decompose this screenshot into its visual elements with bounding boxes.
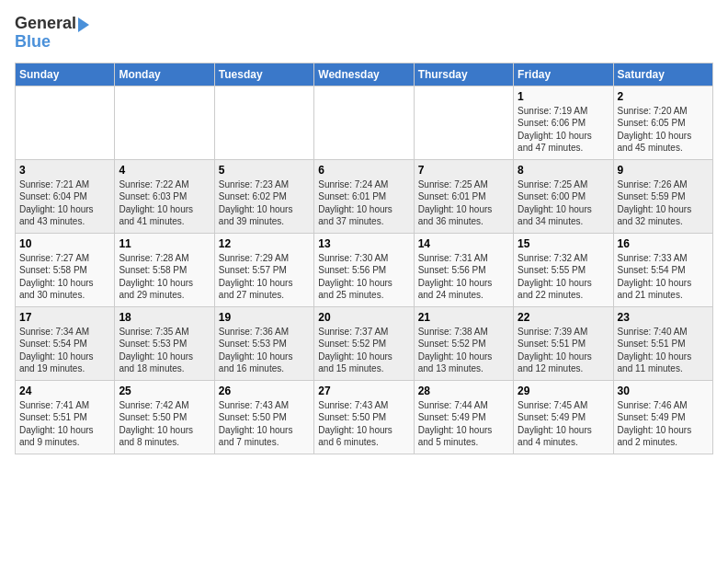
day-number: 22: [518, 311, 609, 324]
day-info: Sunrise: 7:39 AMSunset: 5:51 PMDaylight:…: [518, 326, 609, 375]
day-number: 26: [219, 385, 310, 397]
day-info: Sunrise: 7:31 AMSunset: 5:56 PMDaylight:…: [418, 252, 509, 302]
calendar-cell: 25Sunrise: 7:42 AMSunset: 5:50 PMDayligh…: [115, 380, 214, 454]
calendar-cell: 2Sunrise: 7:20 AMSunset: 6:05 PMDaylight…: [613, 86, 712, 159]
day-number: 21: [418, 311, 509, 324]
day-info: Sunrise: 7:43 AMSunset: 5:50 PMDaylight:…: [219, 399, 310, 449]
day-info: Sunrise: 7:42 AMSunset: 5:50 PMDaylight:…: [119, 399, 210, 449]
logo-arrow-icon: [78, 17, 89, 32]
day-info: Sunrise: 7:19 AMSunset: 6:06 PMDaylight:…: [518, 105, 609, 155]
day-info: Sunrise: 7:20 AMSunset: 6:05 PMDaylight:…: [618, 105, 709, 155]
day-number: 9: [618, 164, 709, 177]
day-info: Sunrise: 7:29 AMSunset: 5:57 PMDaylight:…: [219, 252, 310, 302]
day-number: 13: [318, 237, 409, 250]
calendar-cell: 21Sunrise: 7:38 AMSunset: 5:52 PMDayligh…: [414, 306, 513, 380]
day-info: Sunrise: 7:24 AMSunset: 6:01 PMDaylight:…: [318, 178, 409, 228]
weekday-header-row: SundayMondayTuesdayWednesdayThursdayFrid…: [16, 63, 713, 86]
day-info: Sunrise: 7:28 AMSunset: 5:58 PMDaylight:…: [119, 252, 210, 302]
calendar-cell: 18Sunrise: 7:35 AMSunset: 5:53 PMDayligh…: [115, 306, 214, 380]
calendar-cell: 19Sunrise: 7:36 AMSunset: 5:53 PMDayligh…: [214, 306, 313, 380]
calendar-cell: [16, 86, 115, 159]
day-info: Sunrise: 7:45 AMSunset: 5:49 PMDaylight:…: [518, 399, 609, 449]
day-info: Sunrise: 7:26 AMSunset: 5:59 PMDaylight:…: [618, 178, 709, 228]
calendar-cell: 6Sunrise: 7:24 AMSunset: 6:01 PMDaylight…: [314, 159, 414, 233]
calendar-cell: 13Sunrise: 7:30 AMSunset: 5:56 PMDayligh…: [314, 233, 414, 306]
calendar-week-3: 10Sunrise: 7:27 AMSunset: 5:58 PMDayligh…: [16, 233, 713, 306]
day-info: Sunrise: 7:25 AMSunset: 6:00 PMDaylight:…: [518, 178, 609, 228]
calendar-cell: 5Sunrise: 7:23 AMSunset: 6:02 PMDaylight…: [214, 159, 313, 233]
calendar-cell: 7Sunrise: 7:25 AMSunset: 6:01 PMDaylight…: [414, 159, 513, 233]
day-info: Sunrise: 7:46 AMSunset: 5:49 PMDaylight:…: [618, 399, 709, 449]
calendar-cell: 12Sunrise: 7:29 AMSunset: 5:57 PMDayligh…: [214, 233, 313, 306]
calendar-cell: 29Sunrise: 7:45 AMSunset: 5:49 PMDayligh…: [514, 380, 613, 454]
day-number: 29: [518, 385, 609, 397]
day-number: 1: [518, 90, 609, 103]
calendar-week-5: 24Sunrise: 7:41 AMSunset: 5:51 PMDayligh…: [16, 380, 713, 454]
day-number: 24: [19, 385, 110, 397]
calendar-week-2: 3Sunrise: 7:21 AMSunset: 6:04 PMDaylight…: [16, 159, 713, 233]
calendar-cell: 22Sunrise: 7:39 AMSunset: 5:51 PMDayligh…: [514, 306, 613, 380]
page-header: General Blue: [15, 15, 713, 52]
day-number: 15: [518, 237, 609, 250]
calendar-cell: 10Sunrise: 7:27 AMSunset: 5:58 PMDayligh…: [16, 233, 115, 306]
day-number: 14: [418, 237, 509, 250]
day-info: Sunrise: 7:37 AMSunset: 5:52 PMDaylight:…: [318, 326, 409, 375]
calendar-cell: 4Sunrise: 7:22 AMSunset: 6:03 PMDaylight…: [115, 159, 214, 233]
calendar-cell: 17Sunrise: 7:34 AMSunset: 5:54 PMDayligh…: [16, 306, 115, 380]
day-number: 10: [19, 237, 110, 250]
calendar-cell: 26Sunrise: 7:43 AMSunset: 5:50 PMDayligh…: [214, 380, 313, 454]
calendar-table: SundayMondayTuesdayWednesdayThursdayFrid…: [15, 63, 713, 454]
calendar-week-4: 17Sunrise: 7:34 AMSunset: 5:54 PMDayligh…: [16, 306, 713, 380]
calendar-cell: 1Sunrise: 7:19 AMSunset: 6:06 PMDaylight…: [514, 86, 613, 159]
day-info: Sunrise: 7:41 AMSunset: 5:51 PMDaylight:…: [19, 399, 110, 449]
calendar-cell: 14Sunrise: 7:31 AMSunset: 5:56 PMDayligh…: [414, 233, 513, 306]
day-number: 2: [618, 90, 709, 103]
day-info: Sunrise: 7:25 AMSunset: 6:01 PMDaylight:…: [418, 178, 509, 228]
day-number: 16: [618, 237, 709, 250]
day-info: Sunrise: 7:32 AMSunset: 5:55 PMDaylight:…: [518, 252, 609, 302]
day-number: 11: [119, 237, 210, 250]
day-number: 3: [19, 164, 110, 177]
day-number: 23: [618, 311, 709, 324]
day-number: 27: [318, 385, 409, 397]
day-number: 6: [318, 164, 409, 177]
weekday-header-wednesday: Wednesday: [314, 63, 414, 86]
calendar-cell: 23Sunrise: 7:40 AMSunset: 5:51 PMDayligh…: [613, 306, 712, 380]
day-number: 17: [19, 311, 110, 324]
weekday-header-thursday: Thursday: [414, 63, 513, 86]
day-info: Sunrise: 7:21 AMSunset: 6:04 PMDaylight:…: [19, 178, 110, 228]
day-number: 20: [318, 311, 409, 324]
day-number: 4: [119, 164, 210, 177]
calendar-cell: 8Sunrise: 7:25 AMSunset: 6:00 PMDaylight…: [514, 159, 613, 233]
calendar-cell: [314, 86, 414, 159]
day-number: 5: [219, 164, 310, 177]
day-number: 18: [119, 311, 210, 324]
logo-text: General: [15, 15, 76, 33]
day-info: Sunrise: 7:35 AMSunset: 5:53 PMDaylight:…: [119, 326, 210, 375]
day-info: Sunrise: 7:38 AMSunset: 5:52 PMDaylight:…: [418, 326, 509, 375]
day-info: Sunrise: 7:30 AMSunset: 5:56 PMDaylight:…: [318, 252, 409, 302]
day-info: Sunrise: 7:22 AMSunset: 6:03 PMDaylight:…: [119, 178, 210, 228]
calendar-cell: [115, 86, 214, 159]
calendar-cell: 16Sunrise: 7:33 AMSunset: 5:54 PMDayligh…: [613, 233, 712, 306]
day-number: 7: [418, 164, 509, 177]
day-number: 30: [618, 385, 709, 397]
day-number: 12: [219, 237, 310, 250]
day-number: 28: [418, 385, 509, 397]
day-number: 19: [219, 311, 310, 324]
day-info: Sunrise: 7:44 AMSunset: 5:49 PMDaylight:…: [418, 399, 509, 449]
calendar-cell: [414, 86, 513, 159]
calendar-header: SundayMondayTuesdayWednesdayThursdayFrid…: [16, 63, 713, 86]
day-info: Sunrise: 7:36 AMSunset: 5:53 PMDaylight:…: [219, 326, 310, 375]
day-number: 8: [518, 164, 609, 177]
calendar-cell: 28Sunrise: 7:44 AMSunset: 5:49 PMDayligh…: [414, 380, 513, 454]
calendar-cell: [214, 86, 313, 159]
weekday-header-friday: Friday: [514, 63, 613, 86]
logo: General Blue: [15, 15, 89, 52]
calendar-cell: 20Sunrise: 7:37 AMSunset: 5:52 PMDayligh…: [314, 306, 414, 380]
calendar-body: 1Sunrise: 7:19 AMSunset: 6:06 PMDaylight…: [16, 86, 713, 454]
calendar-cell: 27Sunrise: 7:43 AMSunset: 5:50 PMDayligh…: [314, 380, 414, 454]
weekday-header-sunday: Sunday: [16, 63, 115, 86]
weekday-header-monday: Monday: [115, 63, 214, 86]
calendar-cell: 15Sunrise: 7:32 AMSunset: 5:55 PMDayligh…: [514, 233, 613, 306]
